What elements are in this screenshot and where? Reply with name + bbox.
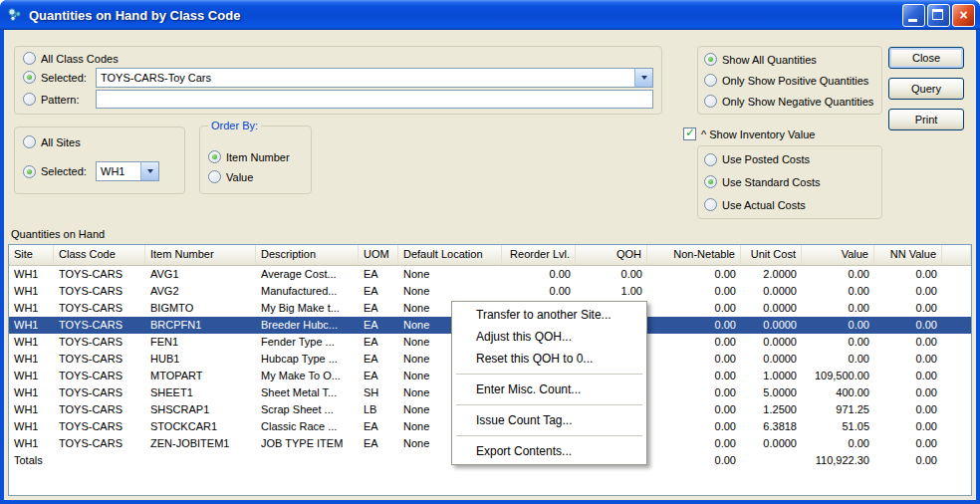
cell-non-netable: 0.00 bbox=[647, 334, 741, 351]
radio-icon bbox=[208, 150, 221, 163]
cell-filler bbox=[942, 266, 971, 283]
cell-nn-value: 0.00 bbox=[874, 300, 942, 317]
cell-site: WH1 bbox=[9, 283, 54, 300]
dropdown-button[interactable] bbox=[634, 69, 652, 87]
cell-unit-cost: 0.0000 bbox=[741, 300, 802, 317]
cell-description: My Make To O... bbox=[256, 368, 359, 384]
menu-item-export-contents[interactable]: Export Contents... bbox=[454, 440, 644, 462]
cell-nn-value: 0.00 bbox=[874, 266, 942, 283]
radio-only-positive-quantities[interactable]: Only Show Positive Quantities bbox=[704, 74, 875, 87]
menu-item-issue-count-tag[interactable]: Issue Count Tag... bbox=[454, 409, 644, 431]
dialog-window: Quantities on Hand by Class Code × All C… bbox=[0, 0, 980, 504]
radio-icon bbox=[704, 198, 717, 211]
cell-uom: EA bbox=[359, 334, 398, 351]
radio-label: Use Standard Costs bbox=[722, 176, 820, 188]
column-header-item-number[interactable]: Item Number bbox=[145, 245, 256, 265]
cell-value: 0.00 bbox=[802, 300, 874, 317]
column-header-qoh[interactable]: QOH bbox=[576, 245, 647, 265]
radio-selected-site[interactable]: Selected: bbox=[23, 165, 91, 178]
column-header-uom[interactable]: UOM bbox=[359, 245, 398, 265]
radio-icon bbox=[23, 52, 36, 65]
cell-description: JOB TYPE ITEM bbox=[256, 435, 359, 452]
cell-site: WH1 bbox=[9, 317, 54, 334]
minimize-button[interactable] bbox=[902, 4, 925, 27]
radio-use-posted-costs[interactable]: Use Posted Costs bbox=[704, 153, 875, 166]
cell-item-number: SHEET1 bbox=[145, 384, 256, 401]
radio-label: Use Actual Costs bbox=[722, 199, 806, 211]
radio-order-value[interactable]: Value bbox=[208, 170, 303, 183]
checkbox-icon bbox=[683, 127, 696, 140]
column-header-class-code[interactable]: Class Code bbox=[54, 245, 145, 265]
radio-only-negative-quantities[interactable]: Only Show Negative Quantities bbox=[704, 95, 875, 108]
cell-class-code: TOYS-CARS bbox=[54, 266, 145, 283]
maximize-button[interactable] bbox=[927, 4, 950, 27]
cell-item-number: STOCKCAR1 bbox=[145, 418, 256, 435]
column-header-default-location[interactable]: Default Location bbox=[398, 245, 502, 265]
print-button[interactable]: Print bbox=[888, 109, 964, 130]
column-header-value[interactable]: Value bbox=[802, 245, 874, 265]
maximize-icon bbox=[932, 9, 943, 20]
cell-non-netable: 0.00 bbox=[647, 283, 741, 300]
cell-site: WH1 bbox=[9, 266, 54, 283]
column-header-nn-value[interactable]: NN Value bbox=[874, 245, 942, 265]
column-header-description[interactable]: Description bbox=[256, 245, 359, 265]
cell-site: WH1 bbox=[9, 384, 54, 401]
cell-description: My Big Make t... bbox=[256, 300, 359, 317]
cell-qoh: 0.00 bbox=[576, 266, 647, 283]
table-row[interactable]: WH1 TOYS-CARS AVG2 Manufactured... EA No… bbox=[9, 283, 971, 300]
cell-filler bbox=[942, 334, 971, 351]
totals-empty bbox=[741, 452, 802, 469]
cell-class-code: TOYS-CARS bbox=[54, 351, 145, 368]
radio-all-class-codes[interactable]: All Class Codes bbox=[23, 52, 653, 65]
cell-item-number: HUB1 bbox=[145, 351, 256, 368]
radio-pattern[interactable]: Pattern: bbox=[23, 93, 91, 106]
cell-description: Average Cost... bbox=[256, 266, 359, 283]
query-button[interactable]: Query bbox=[888, 78, 964, 100]
class-code-combobox[interactable]: TOYS-CARS-Toy Cars bbox=[96, 68, 653, 88]
radio-use-actual-costs[interactable]: Use Actual Costs bbox=[704, 198, 875, 211]
cell-nn-value: 0.00 bbox=[874, 368, 942, 384]
cell-unit-cost: 0.0000 bbox=[741, 351, 802, 368]
radio-show-all-quantities[interactable]: Show All Quantities bbox=[704, 53, 875, 66]
dropdown-button[interactable] bbox=[140, 162, 158, 180]
radio-icon bbox=[704, 53, 717, 66]
chevron-down-icon bbox=[147, 169, 153, 173]
column-header-site[interactable]: Site bbox=[9, 245, 54, 265]
cell-non-netable: 0.00 bbox=[647, 266, 741, 283]
menu-item-transfer-to-site[interactable]: Transfer to another Site... bbox=[454, 304, 644, 326]
cell-value: 109,500.00 bbox=[802, 368, 874, 384]
table-caption: Quantities on Hand bbox=[11, 228, 105, 240]
cell-filler bbox=[942, 317, 971, 334]
column-header-filler bbox=[942, 245, 971, 265]
cell-unit-cost: 0.0000 bbox=[741, 317, 802, 334]
column-header-unit-cost[interactable]: Unit Cost bbox=[741, 245, 802, 265]
titlebar[interactable]: Quantities on Hand by Class Code × bbox=[0, 0, 980, 30]
column-header-non-netable[interactable]: Non-Netable bbox=[647, 245, 741, 265]
menu-item-enter-misc-count[interactable]: Enter Misc. Count... bbox=[454, 378, 644, 400]
radio-use-standard-costs[interactable]: Use Standard Costs bbox=[704, 175, 875, 188]
close-button[interactable]: Close bbox=[888, 47, 964, 69]
radio-icon bbox=[208, 170, 221, 183]
radio-order-item-number[interactable]: Item Number bbox=[208, 150, 303, 163]
close-window-button[interactable]: × bbox=[952, 4, 975, 27]
show-inventory-value-checkbox[interactable]: ^ Show Inventory Value bbox=[683, 127, 815, 140]
cell-site: WH1 bbox=[9, 334, 54, 351]
table-row[interactable]: WH1 TOYS-CARS AVG1 Average Cost... EA No… bbox=[9, 266, 971, 283]
pattern-input[interactable] bbox=[96, 90, 653, 109]
menu-item-adjust-qoh[interactable]: Adjust this QOH... bbox=[454, 326, 644, 348]
column-header-reorder-level[interactable]: Reorder Lvl. bbox=[502, 245, 576, 265]
radio-selected-class-code[interactable]: Selected: bbox=[23, 71, 91, 84]
totals-nn-value: 0.00 bbox=[874, 452, 942, 469]
cell-filler bbox=[942, 401, 971, 418]
site-combobox[interactable]: WH1 bbox=[96, 161, 159, 181]
cell-non-netable: 0.00 bbox=[647, 368, 741, 384]
table-header: Site Class Code Item Number Description … bbox=[9, 245, 971, 266]
cell-value: 51.05 bbox=[802, 418, 874, 435]
cell-value: 0.00 bbox=[802, 283, 874, 300]
radio-all-sites[interactable]: All Sites bbox=[23, 135, 176, 148]
menu-item-reset-qoh[interactable]: Reset this QOH to 0... bbox=[454, 348, 644, 370]
cell-qoh: 1.00 bbox=[576, 283, 647, 300]
totals-label: Totals bbox=[9, 452, 54, 469]
cell-uom: EA bbox=[359, 317, 398, 334]
cell-unit-cost: 5.0000 bbox=[741, 384, 802, 401]
